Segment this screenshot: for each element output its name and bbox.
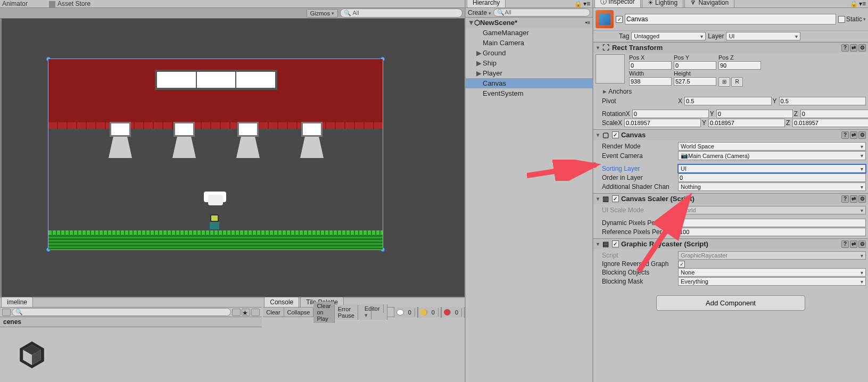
static-label: Static <box>846 15 862 23</box>
raw-edit-button[interactable]: R <box>731 77 743 87</box>
posx-field[interactable] <box>629 61 672 70</box>
gear-icon[interactable]: ⚙ <box>858 195 866 203</box>
hierarchy-item-eventsystem[interactable]: EventSystem <box>466 88 592 98</box>
camera-gizmo[interactable] <box>208 195 223 205</box>
rotz-field[interactable] <box>800 110 868 118</box>
scalex-field[interactable] <box>624 119 701 127</box>
scenes-header[interactable]: cenes <box>0 317 262 327</box>
scene-toolbar: Gizmos ▾ 🔍 All <box>0 8 465 19</box>
layer-dropdown[interactable]: UI <box>726 32 800 40</box>
error-pause-button[interactable]: Error Pause <box>335 305 358 320</box>
scene-view[interactable] <box>0 19 465 297</box>
sorting-layer-dropdown[interactable]: UI <box>678 164 866 173</box>
posy-field[interactable] <box>674 61 716 70</box>
blueprint-icon[interactable]: ⊞ <box>718 77 730 87</box>
help-icon[interactable]: ? <box>841 131 849 139</box>
unity-logo-icon <box>0 327 262 382</box>
menu-icon[interactable]: ▾≡ <box>583 0 590 7</box>
hierarchy-item-canvas[interactable]: Canvas <box>466 78 592 88</box>
create-dropdown[interactable]: Create ▾ <box>468 9 491 16</box>
warn-count[interactable]: 0 <box>418 307 441 318</box>
canvas-gizmo[interactable] <box>48 59 383 250</box>
hierarchy-item-ship[interactable]: ▶Ship <box>466 58 592 68</box>
filter-icon[interactable] <box>232 309 241 316</box>
name-field[interactable] <box>625 14 836 24</box>
tab-hierarchy[interactable]: Hierarchy <box>467 0 506 7</box>
dynamic-ppu-field[interactable] <box>678 219 866 227</box>
lock-icon[interactable]: 🔒 <box>574 0 582 7</box>
blocking-mask-dropdown[interactable]: Everything <box>678 277 866 286</box>
canvas-scaler-header[interactable]: ▼▥Canvas Scaler (Script) ?⇄⚙ <box>593 194 868 204</box>
height-field[interactable] <box>674 77 716 86</box>
ignore-reversed-checkbox[interactable] <box>678 261 685 268</box>
tab-timeline[interactable]: imeline <box>1 297 33 307</box>
event-camera-field[interactable]: 📷Main Camera (Camera) <box>678 151 866 160</box>
list-icon[interactable] <box>251 309 260 316</box>
active-checkbox[interactable] <box>616 16 623 23</box>
hierarchy-item-ground[interactable]: ▶Ground <box>466 48 592 58</box>
reference-ppu-field[interactable] <box>678 228 866 236</box>
shader-channels-dropdown[interactable]: Nothing <box>678 182 866 191</box>
preset-icon[interactable]: ⇄ <box>850 195 857 203</box>
collapse-button[interactable]: Collapse <box>284 308 314 317</box>
tab-asset-store[interactable]: Asset Store <box>49 0 90 7</box>
scalez-field[interactable] <box>792 119 868 127</box>
order-in-layer-field[interactable] <box>678 173 866 182</box>
menu-icon[interactable]: ▾≡ <box>859 0 866 7</box>
rotx-field[interactable] <box>632 110 709 118</box>
preset-icon[interactable]: ⇄ <box>850 240 857 248</box>
anchor-preset-icon[interactable] <box>596 54 625 84</box>
scene-search[interactable]: 🔍 All <box>340 9 462 18</box>
tab-console[interactable]: Console <box>264 297 299 307</box>
pivoty-field[interactable] <box>779 97 866 105</box>
clear-button[interactable]: Clear <box>263 308 284 317</box>
preset-icon[interactable]: ⇄ <box>850 131 857 139</box>
tab-lighting[interactable]: ☀ Lighting <box>642 0 683 7</box>
roty-field[interactable] <box>716 110 793 118</box>
posz-field[interactable] <box>718 61 761 70</box>
info-count[interactable]: 0 <box>394 307 418 318</box>
gear-icon[interactable]: ⚙ <box>858 131 866 139</box>
graphic-raycaster-header[interactable]: ▼▤Graphic Raycaster (Script) ?⇄⚙ <box>593 239 868 249</box>
hierarchy-item-gamemanager[interactable]: GameManager <box>466 28 592 38</box>
gear-icon[interactable]: ⚙ <box>858 240 866 248</box>
static-checkbox[interactable] <box>838 16 845 23</box>
help-icon[interactable]: ? <box>841 195 849 203</box>
anchors-foldout[interactable]: ▶ Anchors <box>596 87 866 96</box>
hierarchy-item-main-camera[interactable]: Main Camera <box>466 38 592 48</box>
error-count[interactable]: 0 <box>441 307 465 318</box>
add-component-button[interactable]: Add Component <box>656 295 805 311</box>
canvas-component-header[interactable]: ▼▢Canvas ?⇄⚙ <box>593 130 868 140</box>
gameobject-icon[interactable] <box>596 10 614 28</box>
editor-dropdown[interactable]: Editor ▾ <box>358 304 387 320</box>
layer-label: Layer <box>708 32 724 40</box>
playback-prev-icon[interactable] <box>2 309 11 316</box>
hierarchy-scene[interactable]: ▼⬡ NewScene*•≡ <box>466 18 592 28</box>
tab-inspector[interactable]: ⓘ Inspector <box>594 0 641 7</box>
project-search[interactable]: 🔍 <box>12 308 231 316</box>
scaler-enabled-checkbox[interactable] <box>612 195 619 202</box>
tab-animator[interactable]: Animator <box>2 0 28 7</box>
preset-icon[interactable]: ⇄ <box>850 44 857 52</box>
favorite-icon[interactable]: ★ <box>242 309 250 316</box>
blocking-objects-dropdown[interactable]: None <box>678 268 866 277</box>
hierarchy-item-player[interactable]: ▶Player <box>466 68 592 78</box>
pivotx-field[interactable] <box>684 97 772 105</box>
gear-icon[interactable]: ⚙ <box>858 44 866 52</box>
tab-navigation[interactable]: ⛛ Navigation <box>684 0 734 7</box>
raycaster-enabled-checkbox[interactable] <box>612 240 619 247</box>
scaley-field[interactable] <box>708 119 785 127</box>
help-icon[interactable]: ? <box>841 240 849 248</box>
lock-icon[interactable]: 🔒 <box>850 0 858 7</box>
gizmos-dropdown[interactable]: Gizmos ▾ <box>307 9 338 18</box>
render-mode-dropdown[interactable]: World Space <box>678 142 866 151</box>
help-icon[interactable]: ? <box>841 44 849 52</box>
tag-dropdown[interactable]: Untagged <box>631 32 706 40</box>
hierarchy-tree: ▼⬡ NewScene*•≡ GameManagerMain Camera▶Gr… <box>466 18 592 382</box>
clear-on-play-button[interactable]: Clear on Play <box>313 302 334 323</box>
hierarchy-search[interactable]: 🔍All <box>493 9 590 16</box>
canvas-enabled-checkbox[interactable] <box>612 131 619 138</box>
width-field[interactable] <box>629 77 672 86</box>
static-dropdown-icon[interactable]: ▾ <box>863 16 866 22</box>
rect-transform-header[interactable]: ▼⛶Rect Transform ?⇄⚙ <box>593 43 868 53</box>
